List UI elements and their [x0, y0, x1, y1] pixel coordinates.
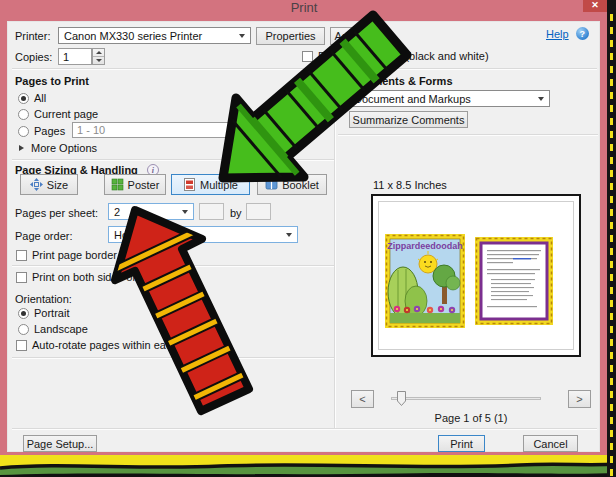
radio-portrait[interactable]: Portrait [18, 307, 69, 319]
size-icon [30, 178, 43, 191]
decorative-border-right [607, 0, 616, 477]
size-mode-button[interactable]: Size [20, 174, 78, 195]
stepper-up-icon[interactable] [93, 49, 104, 57]
radio-all[interactable]: All [18, 92, 46, 104]
green-arrow-annotation [205, 10, 417, 195]
radio-landscape-icon[interactable] [18, 324, 29, 335]
pages-to-print-header: Pages to Print [15, 75, 89, 87]
radio-current-page[interactable]: Current page [18, 108, 98, 120]
copies-input[interactable]: 1 [58, 48, 92, 65]
red-arrow-annotation [105, 195, 265, 417]
print-page-border-row[interactable]: Print page border [16, 249, 117, 261]
preview-slider-thumb[interactable] [396, 390, 407, 407]
screenshot-stage: Print ✕ Printer: Canon MX330 series Prin… [0, 0, 616, 477]
radio-pages-icon[interactable] [18, 126, 29, 137]
pages-per-sheet-label: Pages per sheet: [15, 207, 98, 219]
preview-page-text [475, 237, 553, 325]
cancel-button[interactable]: Cancel [523, 435, 578, 452]
separator [12, 428, 597, 429]
stepper-down-icon[interactable] [93, 57, 104, 64]
multiple-icon [183, 178, 196, 191]
more-options-expander[interactable]: More Options [19, 142, 97, 154]
preview-slider-track[interactable] [391, 397, 541, 400]
preview-page-cover: Zippardeedoodah [385, 234, 465, 328]
help-question-icon[interactable]: ? [576, 27, 589, 40]
page-order-label: Page order: [15, 230, 72, 242]
chevron-down-icon [538, 97, 544, 101]
radio-landscape[interactable]: Landscape [18, 323, 88, 335]
poster-icon [111, 178, 124, 191]
print-both-sides-checkbox[interactable] [16, 272, 27, 283]
chevron-down-icon [286, 233, 292, 237]
radio-all-icon[interactable] [18, 93, 29, 104]
help-link[interactable]: Help [546, 28, 569, 40]
printer-label: Printer: [15, 30, 50, 42]
copies-stepper[interactable] [92, 48, 105, 65]
decorative-border-bottom [0, 455, 616, 477]
close-button[interactable]: ✕ [583, 0, 607, 12]
radio-pages[interactable]: Pages [18, 125, 65, 137]
preview-cover-title: Zippardeedoodah [387, 241, 463, 251]
auto-rotate-checkbox[interactable] [16, 340, 27, 351]
expander-triangle-icon [19, 145, 24, 151]
print-page-border-checkbox[interactable] [16, 250, 27, 261]
page-info: Page 1 of 5 (1) [341, 412, 601, 424]
radio-current-icon[interactable] [18, 109, 29, 120]
print-preview: Zippardeedoodah [371, 194, 581, 357]
printer-select-value: Canon MX330 series Printer [64, 30, 202, 42]
orientation-label: Orientation: [15, 293, 72, 305]
page-setup-button[interactable]: Page Setup... [23, 435, 97, 452]
copies-label: Copies: [15, 51, 52, 63]
radio-portrait-icon[interactable] [18, 308, 29, 319]
print-button[interactable]: Print [438, 435, 485, 452]
poster-mode-button[interactable]: Poster [104, 174, 166, 195]
prev-page-button[interactable]: < [351, 390, 374, 408]
next-page-button[interactable]: > [568, 390, 591, 408]
